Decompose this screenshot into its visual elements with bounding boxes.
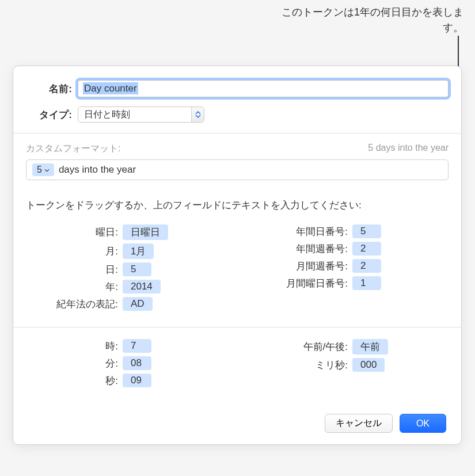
name-row: 名前: Day counter bbox=[13, 66, 461, 101]
token-weekofyear: 年間週番号: 2 bbox=[237, 242, 449, 256]
token-weekofmonth-value[interactable]: 2 bbox=[352, 259, 381, 273]
token-year-value[interactable]: 2014 bbox=[123, 280, 161, 294]
type-select[interactable]: 日付と時刻 bbox=[78, 106, 204, 123]
chevron-down-icon bbox=[44, 167, 50, 173]
token-dayofyear-value[interactable]: 5 bbox=[352, 224, 381, 238]
callout-text: このトークンは1年の何日目かを表します。 bbox=[279, 5, 463, 36]
format-preview: 5 days into the year bbox=[368, 143, 449, 155]
token-year: 年: 2014 bbox=[26, 280, 237, 294]
token-year-label: 年: bbox=[26, 280, 123, 294]
time-tokens-grid: 時: 7 分: 08 秒: 09 午前/午後: 午前 ミリ秒: 000 bbox=[13, 328, 461, 397]
token-millisecond-value[interactable]: 000 bbox=[352, 358, 385, 372]
date-tokens-grid: 曜日: 日曜日 月: 1月 日: 5 年: 2014 紀年法の表記: AD 年間 bbox=[13, 218, 461, 320]
token-ampm-value[interactable]: 午前 bbox=[352, 339, 388, 355]
token-weekdayofmonth-value[interactable]: 1 bbox=[352, 276, 381, 290]
format-text-after: days into the year bbox=[59, 164, 136, 176]
format-token-dayofyear[interactable]: 5 bbox=[32, 163, 54, 176]
name-label: 名前: bbox=[26, 82, 78, 96]
token-era: 紀年法の表記: AD bbox=[26, 297, 237, 311]
token-minute-label: 分: bbox=[26, 357, 123, 370]
token-weekdayofmonth: 月間曜日番号: 1 bbox=[237, 276, 449, 290]
token-second: 秒: 09 bbox=[26, 374, 237, 387]
token-month-label: 月: bbox=[26, 245, 123, 258]
ok-button[interactable]: OK bbox=[400, 414, 446, 433]
token-day-value[interactable]: 5 bbox=[123, 262, 151, 276]
custom-format-header: カスタムフォーマット: 5 days into the year bbox=[13, 134, 461, 159]
custom-format-label: カスタムフォーマット: bbox=[26, 143, 120, 155]
token-millisecond: ミリ秒: 000 bbox=[237, 358, 449, 372]
token-weekday-label: 曜日: bbox=[26, 226, 123, 239]
chevron-updown-icon bbox=[191, 107, 204, 122]
instructions-text: トークンをドラッグするか、上のフィールドにテキストを入力してください: bbox=[13, 187, 461, 218]
type-label: タイプ: bbox=[26, 108, 78, 121]
token-weekofyear-label: 年間週番号: bbox=[237, 242, 352, 256]
token-weekdayofmonth-label: 月間曜日番号: bbox=[237, 277, 352, 290]
token-hour-label: 時: bbox=[26, 340, 123, 353]
type-select-value: 日付と時刻 bbox=[84, 109, 130, 121]
time-tokens-left-col: 時: 7 分: 08 秒: 09 bbox=[26, 336, 237, 391]
token-millisecond-label: ミリ秒: bbox=[237, 359, 352, 372]
token-month: 月: 1月 bbox=[26, 243, 237, 259]
date-tokens-left-col: 曜日: 日曜日 月: 1月 日: 5 年: 2014 紀年法の表記: AD bbox=[26, 221, 237, 314]
format-token-value: 5 bbox=[37, 165, 42, 175]
token-weekday-value[interactable]: 日曜日 bbox=[123, 224, 168, 240]
custom-format-dialog: 名前: Day counter タイプ: 日付と時刻 カスタムフォーマット: 5… bbox=[13, 66, 462, 445]
cancel-button[interactable]: キャンセル bbox=[325, 414, 393, 433]
token-era-value[interactable]: AD bbox=[123, 297, 153, 311]
token-ampm-label: 午前/午後: bbox=[237, 340, 352, 353]
token-dayofyear: 年間日番号: 5 bbox=[237, 224, 449, 238]
token-weekofmonth: 月間週番号: 2 bbox=[237, 259, 449, 273]
token-minute: 分: 08 bbox=[26, 356, 237, 370]
token-hour: 時: 7 bbox=[26, 339, 237, 353]
token-weekday: 曜日: 日曜日 bbox=[26, 224, 237, 240]
token-day-label: 日: bbox=[26, 263, 123, 276]
token-second-label: 秒: bbox=[26, 374, 123, 387]
format-field[interactable]: 5 days into the year bbox=[26, 159, 449, 180]
date-tokens-right-col: 年間日番号: 5 年間週番号: 2 月間週番号: 2 月間曜日番号: 1 bbox=[237, 221, 449, 314]
token-weekofmonth-label: 月間週番号: bbox=[237, 260, 352, 273]
token-month-value[interactable]: 1月 bbox=[123, 243, 154, 259]
token-ampm: 午前/午後: 午前 bbox=[237, 339, 449, 355]
token-era-label: 紀年法の表記: bbox=[26, 298, 123, 311]
token-day: 日: 5 bbox=[26, 262, 237, 276]
token-dayofyear-label: 年間日番号: bbox=[237, 225, 352, 238]
token-hour-value[interactable]: 7 bbox=[123, 339, 151, 353]
type-row: タイプ: 日付と時刻 bbox=[13, 101, 461, 126]
name-input-value: Day counter bbox=[83, 82, 138, 94]
name-input[interactable]: Day counter bbox=[78, 80, 449, 97]
token-second-value[interactable]: 09 bbox=[123, 374, 151, 387]
dialog-buttons: キャンセル OK bbox=[13, 397, 461, 433]
token-weekofyear-value[interactable]: 2 bbox=[352, 242, 381, 256]
token-minute-value[interactable]: 08 bbox=[123, 356, 151, 370]
time-tokens-right-col: 午前/午後: 午前 ミリ秒: 000 bbox=[237, 336, 449, 391]
